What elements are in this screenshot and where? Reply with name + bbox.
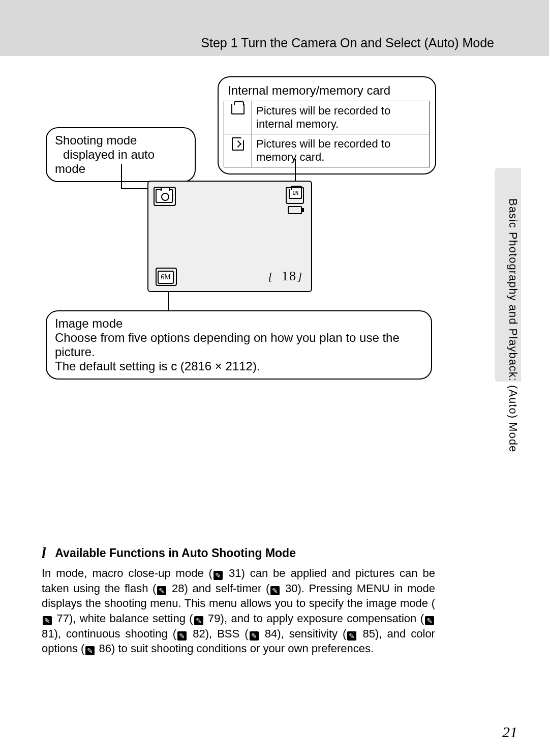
right-bracket-glyph: ] bbox=[297, 270, 302, 283]
image-mode-glyph: 6M bbox=[158, 271, 174, 284]
t: 84 bbox=[265, 627, 277, 640]
callout-shooting-line1: Shooting mode bbox=[55, 133, 137, 147]
camera-mode-icon bbox=[156, 189, 173, 203]
battery-glyph bbox=[288, 206, 302, 214]
t: 79 bbox=[208, 612, 220, 625]
page-ref-icon: ✎ bbox=[214, 571, 223, 580]
memory-row2-text: Pictures will be recorded to memory card… bbox=[252, 134, 430, 167]
internal-memory-icon bbox=[231, 104, 245, 114]
sd-card-icon bbox=[232, 137, 244, 151]
page-ref-icon: ✎ bbox=[43, 616, 52, 625]
shots-remaining: 18 bbox=[282, 269, 297, 284]
sd-card-icon-cell bbox=[224, 134, 252, 167]
callout-image-mode: Image mode Choose from five options depe… bbox=[46, 310, 432, 380]
page-ref-icon: ✎ bbox=[85, 646, 95, 655]
t: ), and to apply exposure compensation ( bbox=[221, 612, 424, 625]
t: 86 bbox=[99, 642, 111, 655]
info-icon: l bbox=[42, 544, 46, 561]
t: 77 bbox=[56, 612, 69, 625]
menu-word: MENU bbox=[357, 582, 390, 595]
step-title: Step 1 Turn the Camera On and Select (Au… bbox=[201, 36, 494, 50]
page-number: 21 bbox=[502, 723, 517, 741]
t: ), BSS ( bbox=[205, 627, 249, 640]
t: In bbox=[42, 567, 56, 579]
image-mode-line3: The default setting is c (2816 × 2112). bbox=[55, 359, 260, 373]
functions-heading-text: Available Functions in Auto Shooting Mod… bbox=[55, 546, 296, 560]
internal-memory-icon-cell bbox=[224, 101, 252, 134]
connector-line bbox=[121, 164, 122, 189]
memory-table: Pictures will be recorded to internal me… bbox=[224, 101, 430, 167]
memory-row1-text: Pictures will be recorded to internal me… bbox=[252, 101, 430, 134]
t: ), white balance setting ( bbox=[69, 612, 193, 625]
image-mode-line1: Image mode bbox=[55, 316, 123, 330]
callout-memory: Internal memory/memory card Pictures wil… bbox=[218, 76, 436, 175]
page-ref-icon: ✎ bbox=[270, 586, 280, 595]
callout-memory-heading: Internal memory/memory card bbox=[228, 83, 430, 98]
functions-heading: lAvailable Functions in Auto Shooting Mo… bbox=[42, 544, 435, 562]
callout-shooting-line2: displayed in auto mode bbox=[55, 148, 155, 176]
t: 85 bbox=[362, 627, 375, 640]
t: 81 bbox=[42, 627, 54, 640]
internal-memory-glyph: IN bbox=[289, 189, 302, 199]
left-bracket-glyph: [ bbox=[268, 270, 272, 283]
image-mode-line2: Choose from five options depending on ho… bbox=[55, 331, 400, 359]
t: ). Pressing bbox=[297, 582, 356, 595]
page-ref-icon: ✎ bbox=[250, 631, 259, 641]
t: 28 bbox=[172, 582, 184, 595]
camera-monitor-illustration: IN 6M [ 18 ] bbox=[147, 181, 312, 292]
t: ) and self-timer ( bbox=[185, 582, 270, 595]
functions-body: In mode, macro close-up mode (✎ 31) can … bbox=[42, 566, 435, 656]
t: mode, macro close-up mode ( bbox=[56, 567, 212, 579]
t: ), continuous shooting ( bbox=[54, 627, 176, 640]
page-ref-icon: ✎ bbox=[347, 631, 356, 641]
t: 31 bbox=[229, 567, 241, 579]
page-ref-icon: ✎ bbox=[194, 616, 203, 625]
t: ), sensitivity ( bbox=[277, 627, 346, 640]
t: ) to suit shooting conditions or your ow… bbox=[111, 642, 374, 655]
side-chapter-label: Basic Photography and Playback: (Auto) M… bbox=[504, 198, 520, 452]
page-ref-icon: ✎ bbox=[425, 616, 434, 625]
functions-section: lAvailable Functions in Auto Shooting Mo… bbox=[42, 544, 435, 656]
t: 82 bbox=[193, 627, 205, 640]
page-ref-icon: ✎ bbox=[157, 586, 166, 595]
page-ref-icon: ✎ bbox=[177, 631, 187, 641]
t: 30 bbox=[285, 582, 297, 595]
connector-line bbox=[168, 291, 169, 311]
